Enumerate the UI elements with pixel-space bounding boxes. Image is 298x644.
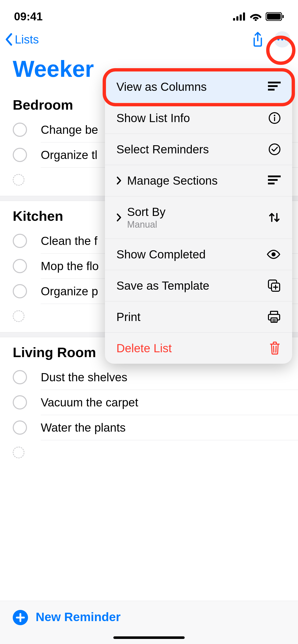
menu-label: Select Reminders	[116, 142, 263, 156]
reminder-label: Organize p	[41, 284, 98, 298]
checkbox-circle[interactable]	[13, 284, 27, 298]
menu-label: Delete List	[116, 341, 264, 355]
menu-label: Manage Sections	[127, 174, 263, 187]
reminder-label: Vacuum the carpet	[41, 396, 138, 409]
svg-line-29	[274, 346, 274, 352]
svg-rect-2	[240, 14, 242, 21]
svg-rect-20	[268, 183, 275, 184]
chevron-right-icon	[116, 176, 121, 185]
reminder-row[interactable]: Water the plants	[41, 415, 298, 440]
chevron-left-icon	[5, 33, 13, 46]
menu-show-completed[interactable]: Show Completed	[105, 239, 292, 270]
share-icon[interactable]	[252, 32, 264, 47]
ellipsis-icon	[277, 38, 287, 41]
status-bar: 09:41	[0, 0, 298, 28]
checkbox-circle[interactable]	[13, 259, 27, 273]
menu-label: Save as Template	[116, 279, 262, 292]
printer-icon	[267, 311, 281, 323]
battery-icon	[266, 12, 284, 21]
section-title: Bedroom	[13, 97, 73, 113]
template-icon	[267, 279, 281, 292]
reminder-label: Change be	[41, 123, 98, 137]
checkbox-circle[interactable]	[13, 370, 27, 384]
svg-line-30	[276, 346, 276, 352]
svg-rect-0	[233, 18, 235, 21]
eye-icon	[266, 249, 281, 259]
checkbox-circle[interactable]	[13, 123, 27, 137]
reminder-label: Clean the f	[41, 234, 97, 248]
svg-rect-3	[243, 12, 245, 21]
reminder-label: Dust the shelves	[41, 370, 127, 384]
reminder-label: Water the plants	[41, 421, 126, 434]
menu-label: Print	[116, 310, 262, 324]
navigation-bar: Lists	[0, 28, 298, 53]
back-label: Lists	[15, 33, 39, 46]
svg-rect-7	[282, 15, 284, 18]
svg-rect-19	[268, 179, 278, 181]
checkbox-circle[interactable]	[13, 395, 27, 409]
checkmark-circle-icon	[268, 143, 281, 155]
add-reminder-placeholder[interactable]	[13, 310, 24, 322]
sort-icon	[268, 211, 281, 224]
svg-point-4	[255, 19, 257, 21]
svg-rect-18	[268, 175, 281, 177]
sections-icon	[268, 175, 281, 186]
add-reminder-placeholder[interactable]	[13, 447, 24, 458]
svg-rect-16	[274, 117, 275, 121]
new-reminder-button[interactable]	[13, 610, 28, 625]
menu-sort-by[interactable]: Sort By Manual	[105, 196, 292, 239]
wifi-icon	[250, 12, 262, 21]
add-reminder-placeholder[interactable]	[13, 174, 24, 186]
svg-point-15	[274, 115, 275, 116]
reminder-row[interactable]: Dust the shelves	[41, 365, 298, 390]
svg-rect-12	[268, 85, 278, 87]
context-menu: View as Columns Show List Info Select Re…	[105, 71, 292, 364]
svg-rect-1	[236, 16, 238, 21]
reminder-label: Mop the flo	[41, 259, 99, 273]
menu-manage-sections[interactable]: Manage Sections	[105, 165, 292, 196]
menu-label: Show Completed	[116, 247, 261, 261]
svg-point-21	[272, 252, 276, 256]
section-title: Kitchen	[13, 208, 63, 224]
more-button[interactable]	[274, 31, 290, 48]
menu-print[interactable]: Print	[105, 301, 292, 333]
svg-rect-6	[267, 13, 281, 20]
svg-point-10	[285, 38, 287, 40]
new-reminder-label[interactable]: New Reminder	[36, 610, 120, 624]
menu-label: Show List Info	[116, 111, 263, 125]
columns-icon	[268, 82, 281, 92]
reminder-label: Organize tl	[41, 148, 97, 162]
menu-label: Sort By	[127, 205, 263, 219]
home-indicator	[113, 636, 185, 639]
section-title: Living Room	[13, 344, 96, 360]
reminder-row[interactable]: Vacuum the carpet	[41, 390, 298, 415]
trash-icon	[269, 342, 281, 355]
svg-point-8	[277, 38, 279, 40]
menu-select-reminders[interactable]: Select Reminders	[105, 134, 292, 165]
status-time: 09:41	[14, 10, 43, 23]
status-icons	[233, 12, 284, 21]
svg-rect-13	[268, 89, 275, 91]
menu-delete-list[interactable]: Delete List	[105, 333, 292, 364]
cellular-icon	[233, 12, 246, 21]
svg-point-9	[281, 38, 283, 40]
menu-view-as-columns[interactable]: View as Columns	[105, 71, 292, 103]
menu-show-list-info[interactable]: Show List Info	[105, 103, 292, 134]
plus-icon	[16, 613, 25, 622]
svg-point-17	[269, 144, 280, 155]
checkbox-circle[interactable]	[13, 148, 27, 162]
menu-save-as-template[interactable]: Save as Template	[105, 270, 292, 301]
chevron-right-icon	[116, 213, 121, 222]
info-icon	[268, 112, 281, 124]
menu-sublabel: Manual	[127, 219, 263, 230]
menu-label: View as Columns	[116, 80, 263, 94]
checkbox-circle[interactable]	[13, 420, 27, 435]
svg-rect-11	[268, 82, 281, 83]
back-button[interactable]: Lists	[5, 33, 39, 46]
checkbox-circle[interactable]	[13, 234, 27, 248]
